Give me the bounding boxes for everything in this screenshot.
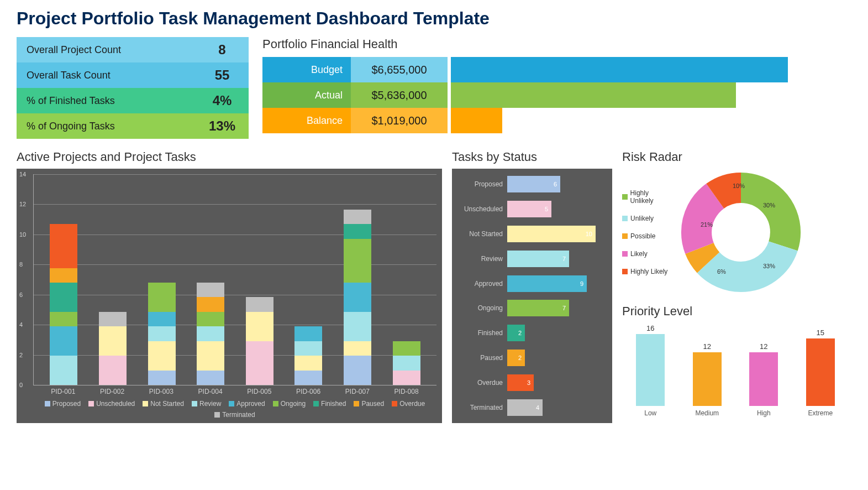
legend-label: Proposed: [52, 400, 81, 408]
priority-label: Low: [644, 409, 656, 417]
y-tick-label: 6: [19, 291, 23, 298]
donut-label: 30%: [763, 202, 775, 208]
status-label: Unscheduled: [457, 205, 507, 213]
priority-bar: [636, 334, 665, 406]
bar-segment: [148, 312, 176, 326]
status-label: Not Started: [457, 230, 507, 238]
risk-legend-item: Unlikely: [622, 215, 672, 222]
financial-row: Budget$6,655,000: [262, 57, 851, 82]
bar-segment: [294, 326, 322, 341]
priority-label: Medium: [695, 409, 719, 417]
legend-swatch: [392, 401, 397, 406]
top-row: Overall Project Count8Overall Task Count…: [17, 37, 851, 139]
legend-swatch: [229, 401, 234, 406]
x-category-label: PID-007: [344, 388, 371, 395]
bar-segment: [148, 371, 176, 385]
legend-item: Terminated: [214, 411, 255, 419]
stacked-bar: [246, 297, 273, 385]
priority-bar: [749, 352, 778, 406]
legend-label: Not Started: [150, 400, 184, 408]
bar-segment: [197, 371, 224, 385]
legend-swatch: [622, 194, 628, 200]
bar-segment: [344, 210, 371, 224]
stacked-bar: [99, 312, 127, 385]
priority-value: 15: [817, 329, 824, 337]
status-label: Terminated: [457, 404, 507, 411]
status-bar: 9: [507, 275, 587, 292]
priority-bar-col: 12Medium: [688, 342, 727, 418]
stacked-bar: [197, 283, 224, 385]
legend-item: Overdue: [392, 400, 425, 408]
legend-label: Highly Likely: [630, 268, 667, 275]
bar-segment: [148, 341, 176, 371]
legend-label: Terminated: [222, 411, 255, 419]
bar-segment: [50, 326, 77, 356]
y-tick-label: 14: [19, 171, 26, 178]
status-row: Overdue3: [457, 372, 607, 393]
status-bar: 7: [507, 251, 569, 267]
status-chart-title: Tasks by Status: [452, 150, 612, 164]
status-row: Review7: [457, 248, 607, 269]
risk-title: Risk Radar: [622, 150, 849, 164]
bar-segment: [50, 312, 77, 326]
y-tick-label: 10: [19, 231, 26, 238]
legend-label: Paused: [361, 400, 384, 408]
financial-row: Balance$1,019,000: [262, 108, 851, 133]
summary-cards: Overall Project Count8Overall Task Count…: [17, 37, 249, 139]
legend-item: Approved: [229, 400, 265, 408]
status-row: Unscheduled5: [457, 199, 607, 220]
legend-label: Unlikely: [630, 215, 654, 222]
priority-bar-col: 16Low: [631, 324, 670, 417]
legend-label: Possible: [630, 232, 655, 240]
donut-label: 6%: [717, 268, 726, 275]
legend-item: Ongoing: [273, 400, 306, 408]
x-category-label: PID-005: [245, 388, 273, 395]
summary-value: 4%: [206, 93, 239, 108]
financial-label: Budget: [262, 57, 351, 82]
x-category-label: PID-003: [148, 388, 175, 395]
legend-swatch: [622, 251, 628, 257]
status-row: Proposed6: [457, 174, 607, 195]
legend-item: Paused: [354, 400, 384, 408]
legend-swatch: [88, 401, 94, 406]
legend-item: Review: [192, 400, 221, 408]
bar-segment: [344, 224, 371, 238]
priority-title: Priority Level: [622, 304, 849, 319]
priority-value: 16: [646, 324, 654, 332]
legend-label: Unscheduled: [96, 400, 135, 408]
legend-label: Review: [199, 400, 221, 408]
status-row: Ongoing7: [457, 298, 607, 319]
priority-bar: [693, 352, 722, 406]
status-chart: Proposed6Unscheduled5Not Started10Review…: [452, 169, 612, 423]
legend-swatch: [622, 269, 628, 274]
priority-panel: Priority Level 16Low12Medium12High15Extr…: [622, 304, 849, 417]
x-category-label: PID-004: [197, 388, 224, 395]
y-tick-label: 4: [19, 321, 23, 328]
status-bar: 5: [507, 201, 551, 217]
x-category-label: PID-006: [294, 388, 322, 395]
x-category-label: PID-002: [98, 388, 126, 395]
status-label: Review: [457, 255, 507, 263]
charts-row: Active Projects and Project Tasks 024681…: [17, 150, 851, 423]
legend-swatch: [622, 216, 628, 221]
legend-label: Overdue: [399, 400, 425, 408]
summary-row: % of Finished Tasks4%: [17, 88, 249, 113]
legend-swatch: [354, 401, 359, 406]
legend-label: Likely: [630, 250, 648, 258]
status-bar: 6: [507, 176, 560, 192]
bar-segment: [50, 224, 77, 268]
summary-row: Overall Project Count8: [17, 37, 249, 62]
bar-segment: [197, 326, 224, 341]
legend-label: Approved: [236, 400, 265, 408]
priority-label: Extreme: [808, 409, 833, 417]
financial-value: $1,019,000: [351, 108, 448, 133]
bar-segment: [99, 356, 127, 385]
summary-value: 55: [206, 67, 239, 83]
donut-label: 21%: [701, 221, 713, 228]
bar-segment: [246, 341, 273, 385]
stacked-bar: [148, 283, 176, 385]
bar-segment: [99, 312, 127, 326]
financial-label: Actual: [262, 82, 351, 108]
status-bar: 3: [507, 374, 534, 391]
bar-segment: [50, 283, 77, 312]
